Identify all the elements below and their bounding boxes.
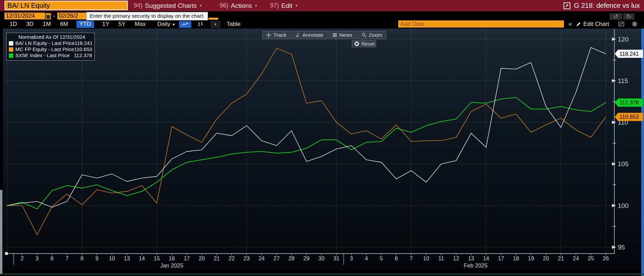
x-tick-label: 20 [543,256,549,261]
magnifier-icon [362,33,366,37]
legend-label: SX5E Index - Last Price [15,52,72,59]
legend-item[interactable]: MC FP Equity - Last Price 110.653 [9,46,92,52]
period-button-1d[interactable]: 1D [9,20,18,28]
popout-icon[interactable]: ↗ [564,2,570,9]
x-tick-label: 8 [80,256,84,261]
x-tick-label: 15 [154,256,160,261]
axis-drag-handle[interactable] [5,252,8,255]
add-data-input[interactable]: Add Data [398,20,564,28]
period-button-1m[interactable]: 1M [42,20,52,28]
table-button[interactable]: Table [227,21,241,28]
edit-chart-button[interactable]: Edit Chart [576,20,609,28]
menu-number: 97) [270,2,279,9]
bar-chart-type-button[interactable] [195,21,207,28]
chart-tool-bar: Track ∠ Annotate News Zoom [262,31,386,39]
x-tick-label: 20 [199,256,205,261]
chart-type-dropdown[interactable]: ▾ [210,21,221,28]
period-button-6m[interactable]: 6M [59,20,69,28]
legend-label: MC FP Equity - Last Price [15,46,74,52]
period-button-max[interactable]: Max [134,20,147,28]
x-tick-label: 10 [423,256,429,261]
x-tick-label: 7 [65,256,69,261]
x-tick-label: 21 [214,256,220,261]
x-tick-label: 12 [453,256,459,261]
period-button-group: 1D3D1M6MYTD1Y5YMax [9,20,154,28]
chart-background [3,29,641,270]
x-tick-label: 17 [498,256,504,261]
security-input[interactable]: BA/ LN Equity [4,1,128,10]
legend-value: 112.378 [72,52,92,59]
last-price-tag-label: 118.241 [619,51,639,57]
settings-button[interactable] [628,20,641,28]
y-tick-label: 100 [618,202,629,209]
chart-title: G 218: defence vs lux [574,2,640,10]
x-tick-label: 17 [184,256,190,261]
month-label: Feb 2025 [464,262,488,269]
legend-value: 118.241 [74,40,92,46]
x-tick-label: 25 [588,256,594,261]
period-button-ytd[interactable]: YTD [76,20,94,28]
y-tick-label: 95 [618,244,625,251]
crosshair-icon [266,33,271,37]
chevron-down-icon: ▾ [296,3,298,8]
candlestick-icon [198,21,204,27]
chevron-down-icon: ▼ [172,22,176,27]
frequency-dropdown[interactable]: Daily ▼ [157,21,175,28]
menu-label: Actions [231,2,252,10]
x-tick-label: 22 [229,256,235,261]
end-date-field[interactable]: 02/26/2 [57,13,87,19]
x-tick-label: 10 [109,256,115,261]
undo-button[interactable]: ↺ [610,13,622,20]
reset-button[interactable]: Reset [352,40,376,47]
x-tick-label: 26 [603,256,609,261]
x-tick-label: 23 [244,256,250,261]
menu-edit[interactable]: 97) Edit ▾ [270,0,297,11]
collapse-panel-button[interactable]: « [566,20,575,28]
last-price-tag-label: 112.378 [619,100,639,105]
y-tick-label: 115 [618,77,628,84]
bottom-edge-line [0,274,644,275]
line-chart-type-button[interactable] [179,21,191,28]
x-tick-label: 11 [438,256,444,261]
legend-title: Normalized As Of 12/31/2024 [9,34,92,40]
period-button-3d[interactable]: 3D [25,20,35,28]
x-tick-label: 16 [169,256,175,261]
reset-dot-icon [355,42,359,46]
legend-item[interactable]: BA/ LN Equity - Last Price 118.241 [9,40,92,46]
legend-label: BA/ LN Equity - Last Price [15,40,74,46]
x-tick-label: 4 [365,256,368,261]
menu-suggested-charts[interactable]: 94) Suggested Charts ▾ [134,0,202,11]
chart-legend[interactable]: Normalized As Of 12/31/2024 BA/ LN Equit… [6,33,95,61]
chart-edit-icon [618,21,625,27]
redo-button[interactable]: ↻ [623,13,634,20]
menu-number: 94) [134,2,143,9]
x-tick-label: 24 [573,256,579,261]
period-button-1y[interactable]: 1Y [101,20,110,28]
x-tick-label: 30 [318,256,325,261]
menu-actions[interactable]: 96) Actions ▾ [220,0,257,11]
x-tick-label: 29 [303,256,310,261]
start-date-field[interactable]: 12/31/2024 [4,13,45,19]
period-button-5y[interactable]: 5Y [118,20,127,28]
right-edge-scrollbar[interactable] [641,29,644,276]
legend-item[interactable]: SX5E Index - Last Price 112.378 [9,52,92,59]
track-button[interactable]: Track [262,31,290,39]
zoom-button[interactable]: Zoom [358,31,387,39]
annotate-button[interactable]: ∠ Annotate [291,31,328,39]
x-tick-label: 27 [273,256,280,261]
price-chart[interactable]: 9510010511011512023678910131415161720212… [0,0,644,276]
calendar-icon [46,13,51,19]
chevron-down-icon: ▾ [255,3,257,8]
x-tick-label: 2 [20,256,24,261]
line-chart-icon [181,22,189,27]
menu-label: Suggested Charts [145,2,197,10]
calendar-button[interactable] [45,13,51,19]
news-button[interactable]: News [329,31,357,39]
x-tick-label: 31 [333,256,340,261]
chart-notes-button[interactable] [616,20,627,28]
title-bar: BA/ LN Equity 94) Suggested Charts ▾ 96)… [0,0,644,11]
x-tick-label: 3 [35,256,39,261]
y-tick-label: 120 [618,36,629,43]
x-tick-label: 9 [95,256,99,261]
angle-icon: ∠ [296,33,300,37]
